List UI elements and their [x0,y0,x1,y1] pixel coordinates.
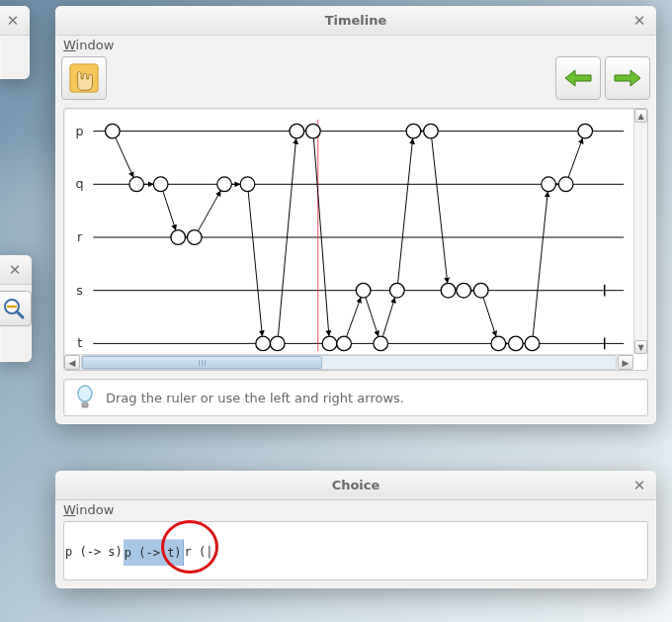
close-button[interactable]: ✕ [630,477,648,494]
svg-line-1 [17,311,23,317]
svg-line-30 [366,298,378,336]
svg-text:r: r [77,229,83,244]
svg-point-63 [473,283,488,298]
svg-point-49 [240,177,255,192]
vertical-scrollbar[interactable]: ▲ ▼ [633,109,647,354]
svg-point-58 [389,283,404,298]
svg-point-56 [356,283,371,298]
menu-window[interactable]: Window [63,38,114,52]
arrow-right-icon [613,68,642,88]
menubar: Window [55,36,656,52]
timeline-chart[interactable]: pqrst ▲ ▼ ◀ ▶ [64,109,647,370]
svg-point-45 [153,177,168,192]
scroll-down-arrow[interactable]: ▼ [634,340,647,354]
svg-line-29 [347,298,361,336]
svg-point-61 [441,283,456,298]
svg-point-47 [187,230,202,245]
svg-line-23 [248,192,262,336]
svg-line-21 [199,191,221,230]
svg-point-64 [491,336,506,351]
choice-list[interactable]: p (-> s)p (-> t)r (|) [63,521,648,580]
svg-line-37 [483,298,496,336]
close-icon[interactable]: ✕ [4,12,22,30]
timeline-chart-panel: pqrst ▲ ▼ ◀ ▶ [63,108,648,371]
close-icon: ✕ [633,479,646,493]
svg-point-57 [374,336,388,351]
svg-point-68 [558,177,573,192]
svg-point-52 [290,124,304,138]
scroll-right-arrow[interactable]: ▶ [618,355,633,370]
scroll-up-arrow[interactable]: ▲ [634,109,647,123]
svg-line-40 [533,192,547,336]
timeline-svg: pqrst [64,109,633,366]
window-title: Choice [332,478,380,492]
svg-point-53 [306,124,321,138]
svg-point-48 [217,177,232,192]
svg-line-42 [568,138,582,177]
svg-text:t: t [77,335,82,350]
scroll-track[interactable] [81,355,617,370]
arrow-left-icon [563,68,593,88]
zoom-out-icon [2,297,26,320]
background-window-fragment-1: ✕ [0,6,30,79]
svg-point-55 [337,336,352,351]
menu-window[interactable]: Window [63,502,114,517]
svg-point-50 [256,336,271,351]
svg-point-69 [578,124,593,138]
svg-point-70 [78,386,92,401]
svg-text:s: s [76,283,83,298]
svg-point-62 [457,283,471,298]
close-button[interactable]: ✕ [630,12,648,30]
svg-point-60 [424,124,439,138]
hint-text: Drag the ruler or use the left and right… [106,391,404,405]
choice-item[interactable]: p (-> t) [124,539,184,566]
svg-line-17 [116,138,133,177]
svg-text:q: q [76,176,84,191]
svg-point-65 [509,336,524,351]
scroll-track[interactable] [634,123,647,340]
svg-point-43 [105,124,120,138]
svg-point-67 [542,177,556,192]
hint-panel: Drag the ruler or use the left and right… [63,379,648,416]
svg-point-46 [171,230,186,245]
close-icon[interactable]: ✕ [6,261,24,279]
svg-line-31 [383,298,395,336]
svg-point-59 [406,124,421,138]
svg-point-66 [525,336,540,351]
svg-point-44 [129,177,144,192]
svg-line-34 [432,138,448,283]
scroll-left-arrow[interactable]: ◀ [64,355,80,370]
scroll-thumb[interactable] [82,356,322,369]
horizontal-scrollbar[interactable]: ◀ ▶ [64,354,633,370]
lightbulb-icon [74,384,96,411]
choice-item[interactable]: r (|) [184,539,221,566]
choice-item[interactable]: p (-> s) [64,539,124,566]
step-back-button[interactable] [555,56,601,100]
step-forward-button[interactable] [605,56,650,100]
titlebar[interactable]: Timeline ✕ [55,6,656,36]
toolbar [55,52,656,104]
svg-point-51 [270,336,285,351]
timeline-window: Timeline ✕ Window pqrst [55,6,656,424]
pointing-hand-icon [68,61,100,95]
svg-point-54 [322,336,337,351]
background-window-fragment-2: ✕ [0,255,32,362]
svg-line-19 [163,192,176,230]
close-icon: ✕ [633,14,646,29]
ruler-tool-button[interactable] [61,56,107,100]
menubar: Window [55,500,656,517]
zoom-out-button[interactable] [0,291,32,326]
svg-text:p: p [76,124,84,138]
svg-line-32 [398,138,413,283]
choice-window: Choice ✕ Window p (-> s)p (-> t)r (|) [55,471,656,588]
titlebar[interactable]: Choice ✕ [55,471,656,500]
window-title: Timeline [325,13,387,28]
